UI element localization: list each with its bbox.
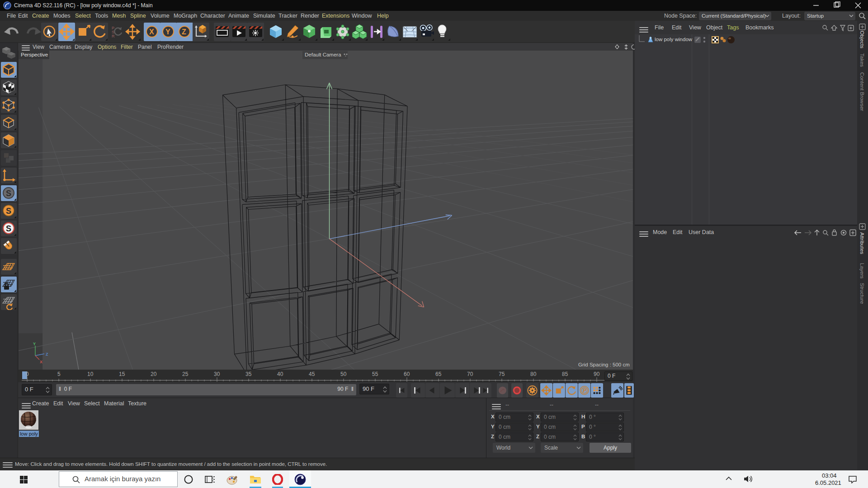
svg-text:S: S xyxy=(6,206,11,216)
svg-text:65: 65 xyxy=(435,371,442,377)
svg-text:R: R xyxy=(112,34,115,38)
svg-text:35: 35 xyxy=(245,371,252,377)
svg-text:80: 80 xyxy=(530,371,537,377)
svg-text:30: 30 xyxy=(214,371,220,377)
svg-text:Y: Y xyxy=(165,28,170,36)
svg-text:P: P xyxy=(583,387,586,394)
svg-text:55: 55 xyxy=(372,371,378,377)
svg-text:Z: Z xyxy=(46,352,48,357)
svg-text:40: 40 xyxy=(277,371,283,377)
svg-text:70: 70 xyxy=(467,371,473,377)
svg-text:Z: Z xyxy=(182,28,186,36)
svg-text:45: 45 xyxy=(309,371,315,377)
svg-text:S: S xyxy=(6,224,11,233)
svg-text:85: 85 xyxy=(562,371,568,377)
svg-text:X: X xyxy=(40,360,42,364)
svg-text:S: S xyxy=(6,189,11,198)
svg-text:5: 5 xyxy=(57,371,61,377)
svg-text:10: 10 xyxy=(87,371,94,377)
svg-text:Y: Y xyxy=(33,342,36,346)
svg-text:X: X xyxy=(149,28,154,36)
svg-text:90: 90 xyxy=(594,371,600,377)
svg-text:75: 75 xyxy=(499,371,505,377)
svg-text:25: 25 xyxy=(182,371,189,377)
svg-text:15: 15 xyxy=(119,371,125,377)
svg-text:50: 50 xyxy=(340,371,347,377)
svg-text:0: 0 xyxy=(26,371,29,377)
svg-text:60: 60 xyxy=(404,371,410,377)
svg-text:20: 20 xyxy=(151,371,157,377)
